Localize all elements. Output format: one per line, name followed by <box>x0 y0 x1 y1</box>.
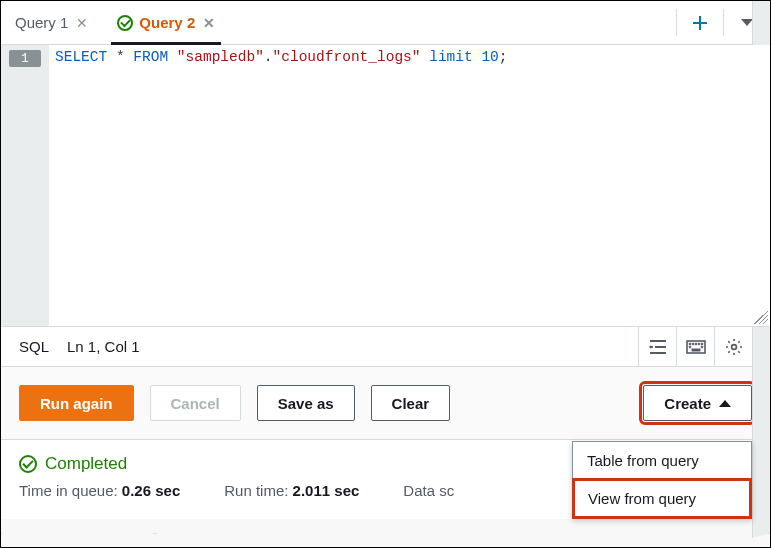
tab-strip: Query 1 ✕ Query 2 ✕ <box>1 1 770 45</box>
success-icon <box>19 455 37 473</box>
svg-point-4 <box>698 343 700 345</box>
create-button[interactable]: Create <box>643 385 752 421</box>
action-bar: Run again Cancel Save as Clear Create <box>1 367 770 440</box>
tab-label: Query 2 <box>139 14 195 31</box>
sql-editor[interactable]: 1 SELECT * FROM "sampledb"."cloudfront_l… <box>1 45 770 327</box>
tab-query-1[interactable]: Query 1 ✕ <box>1 1 103 44</box>
sql-string: "sampledb" <box>177 49 264 65</box>
runtime-label: Run time: <box>224 482 288 499</box>
svg-point-2 <box>692 343 694 345</box>
run-again-button[interactable]: Run again <box>19 385 134 421</box>
svg-point-9 <box>731 344 736 349</box>
format-icon <box>649 339 667 355</box>
queue-label: Time in queue: <box>19 482 118 499</box>
plus-icon <box>691 14 709 32</box>
sql-token: * <box>107 49 133 65</box>
line-number: 1 <box>9 50 41 67</box>
clear-button[interactable]: Clear <box>371 385 451 421</box>
run-time: Run time: 2.011 sec <box>224 482 359 499</box>
sql-number: 10 <box>481 49 498 65</box>
menu-item-view-from-query[interactable]: View from query <box>574 480 750 517</box>
sql-keyword: SELECT <box>55 49 107 65</box>
gear-icon <box>725 338 743 356</box>
sql-token: . <box>264 49 273 65</box>
sql-token <box>168 49 177 65</box>
language-label: SQL <box>19 338 49 355</box>
create-menu: Table from query View from query <box>572 441 752 519</box>
line-gutter: 1 <box>1 45 49 326</box>
svg-point-7 <box>701 346 703 348</box>
tab-query-2[interactable]: Query 2 ✕ <box>103 1 230 44</box>
code-area[interactable]: SELECT * FROM "sampledb"."cloudfront_log… <box>49 45 770 326</box>
torn-edge <box>1 533 770 547</box>
svg-point-6 <box>689 346 691 348</box>
sql-keyword: limit <box>421 49 482 65</box>
keyboard-button[interactable] <box>676 327 714 367</box>
success-icon <box>117 15 133 31</box>
queue-time: Time in queue: 0.26 sec <box>19 482 180 499</box>
tab-label: Query 1 <box>15 14 68 31</box>
cancel-button: Cancel <box>150 385 241 421</box>
resize-handle[interactable] <box>754 310 768 324</box>
editor-footer: SQL Ln 1, Col 1 <box>1 327 770 367</box>
caret-up-icon <box>719 400 731 407</box>
status-label: Completed <box>45 454 127 474</box>
keyboard-icon <box>686 340 706 354</box>
svg-point-1 <box>689 343 691 345</box>
create-label: Create <box>664 395 711 412</box>
close-icon[interactable]: ✕ <box>203 16 215 30</box>
menu-item-table-from-query[interactable]: Table from query <box>573 442 751 479</box>
settings-button[interactable] <box>714 327 752 367</box>
runtime-value: 2.011 sec <box>293 482 360 499</box>
sql-keyword: FROM <box>133 49 168 65</box>
format-button[interactable] <box>638 327 676 367</box>
queue-value: 0.26 sec <box>122 482 180 499</box>
svg-rect-8 <box>692 349 700 351</box>
svg-point-5 <box>701 343 703 345</box>
close-icon[interactable]: ✕ <box>76 16 88 30</box>
sql-string: "cloudfront_logs" <box>273 49 421 65</box>
data-scanned: Data sc <box>403 482 454 499</box>
sql-token: ; <box>499 49 508 65</box>
new-tab-button[interactable] <box>677 1 723 44</box>
svg-point-3 <box>695 343 697 345</box>
save-as-button[interactable]: Save as <box>257 385 355 421</box>
cursor-position: Ln 1, Col 1 <box>67 338 140 355</box>
